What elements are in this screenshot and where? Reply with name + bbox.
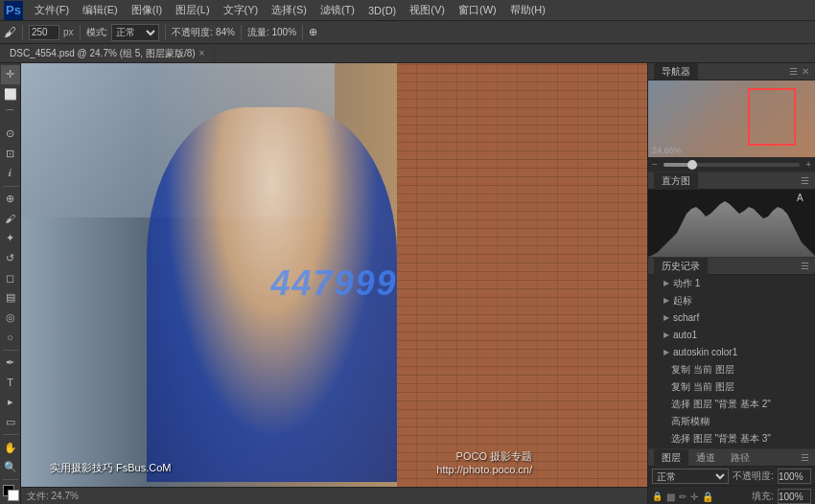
rectangular-marquee-tool[interactable]: ⬜ [1, 85, 20, 104]
path-selection-tool[interactable]: ▸ [1, 393, 20, 412]
history-item[interactable]: ▶auto1 [648, 327, 815, 344]
tab-navigator[interactable]: 导航器 [654, 63, 698, 80]
history-arrow-icon: ▶ [664, 328, 669, 343]
menu-window[interactable]: 窗口(W) [453, 1, 502, 19]
foreground-color[interactable] [1, 483, 20, 502]
history-item-label: 高斯模糊 [671, 414, 710, 429]
history-arrow-icon: ▶ [664, 293, 669, 309]
history-brush-tool[interactable]: ↺ [1, 249, 20, 268]
history-menu-icon[interactable]: ☰ [801, 261, 809, 271]
gradient-tool[interactable]: ▤ [1, 288, 20, 308]
canvas-area[interactable]: 447999 实用摄影技巧 FsBus.CoM POCO 摄影专题 http:/… [21, 63, 647, 504]
opacity-input[interactable] [778, 469, 811, 484]
history-panel: 历史记录 ☰ ▶动作 1▶起标▶scharf▶auto1▶autoskin co… [648, 258, 815, 449]
history-item[interactable]: ▶起标 [648, 292, 815, 309]
history-item[interactable]: 复制 当前 图层 [648, 378, 815, 396]
history-item-label: autoskin color1 [673, 345, 737, 360]
fill-input[interactable] [778, 489, 811, 504]
mode-select[interactable]: 正常 [111, 24, 159, 41]
panel-menu-icon[interactable]: ☰ [789, 66, 798, 77]
layers-panel: 图层 通道 路径 ☰ 正常 正片叠底 不透明度: 🔒 ▩ ✏ ✛ 🔒 [648, 449, 815, 504]
hand-tool[interactable]: ✋ [1, 438, 20, 457]
crop-tool[interactable]: ⊡ [1, 145, 20, 164]
opacity-label: 不透明度: 84% [172, 26, 235, 39]
history-header: 历史记录 ☰ [648, 258, 815, 275]
brush-size-label: px [63, 27, 74, 37]
canvas-credit: 实用摄影技巧 FsBus.CoM [50, 461, 172, 475]
blur-tool[interactable]: ◎ [1, 308, 20, 327]
history-item-label: 起标 [673, 293, 692, 309]
canvas-watermark: 447999 [270, 263, 397, 304]
right-panel: 导航器 ☰ ✕ 24.66% − + [647, 63, 815, 504]
tab-paths[interactable]: 路径 [723, 449, 757, 467]
file-tab-name: DSC_4554.psd @ 24.7% (组 5, 图层蒙版/8) [10, 47, 196, 60]
history-item[interactable]: ▶autoskin color1 [648, 344, 815, 361]
history-item-label: 选择 图层 "背景 基本 3" [671, 431, 771, 447]
navigator-viewport-rect [748, 88, 796, 146]
menu-bar: Ps 文件(F) 编辑(E) 图像(I) 图层(L) 文字(Y) 选择(S) 滤… [0, 0, 815, 21]
file-tab[interactable]: DSC_4554.psd @ 24.7% (组 5, 图层蒙版/8) × [0, 45, 215, 62]
menu-file[interactable]: 文件(F) [29, 1, 75, 19]
zoom-slider[interactable] [664, 163, 800, 167]
clone-stamp-tool[interactable]: ✦ [1, 229, 20, 248]
history-item[interactable]: 选择 图层 "背景 基本 2" [648, 396, 815, 413]
lock-all-icon[interactable]: 🔒 [702, 492, 713, 502]
zoom-out-icon[interactable]: − [652, 159, 658, 170]
menu-layer[interactable]: 图层(L) [170, 1, 215, 19]
history-item[interactable]: 复制 当前 图层 [648, 361, 815, 378]
file-tab-close[interactable]: × [199, 48, 205, 58]
lock-icon: 🔒 [652, 492, 663, 501]
tab-channels[interactable]: 通道 [688, 449, 723, 467]
brush-tool[interactable]: 🖌 [1, 209, 20, 228]
panel-close-icon[interactable]: ✕ [802, 66, 809, 77]
menu-text[interactable]: 文字(Y) [218, 1, 265, 19]
brush-size-input[interactable] [29, 25, 59, 40]
navigator-preview: 24.66% [648, 80, 815, 157]
blend-mode-row: 正常 正片叠底 不透明度: [648, 467, 815, 487]
menu-3d[interactable]: 3D(D) [362, 3, 402, 18]
app-logo: Ps [4, 1, 23, 20]
lock-transparent-icon[interactable]: ▩ [666, 492, 675, 502]
blend-mode-select[interactable]: 正常 正片叠底 [652, 469, 729, 484]
zoom-in-icon[interactable]: + [805, 159, 811, 170]
spot-healing-tool[interactable]: ⊕ [1, 190, 20, 209]
eyedropper-tool[interactable]: 𝒊 [1, 164, 20, 183]
zoom-tool[interactable]: 🔍 [1, 458, 20, 477]
canvas-poco: POCO 摄影专题 http://photo.poco.cn/ [436, 449, 532, 475]
menu-edit[interactable]: 编辑(E) [77, 1, 124, 19]
tab-history[interactable]: 历史记录 [654, 258, 708, 275]
history-item-label: 动作 1 [673, 276, 700, 291]
history-item-label: auto1 [673, 328, 697, 343]
pen-tool[interactable]: ✒ [1, 354, 20, 373]
eraser-tool[interactable]: ◻ [1, 268, 20, 287]
status-bar: 文件: 24.7% [21, 487, 647, 504]
dodge-tool[interactable]: ○ [1, 328, 20, 347]
menu-select[interactable]: 选择(S) [266, 1, 313, 19]
menu-image[interactable]: 图像(I) [126, 1, 168, 19]
history-list: ▶动作 1▶起标▶scharf▶auto1▶autoskin color1复制 … [648, 275, 815, 449]
brush-tool-icon: 🖌 [4, 25, 16, 39]
type-tool[interactable]: T [1, 373, 20, 392]
toolbar-separator-2 [80, 25, 81, 40]
history-item[interactable]: ▶动作 1 [648, 275, 815, 292]
tab-histogram[interactable]: 直方图 [654, 172, 698, 190]
rectangle-shape-tool[interactable]: ▭ [1, 413, 20, 432]
menu-help[interactable]: 帮助(H) [504, 1, 551, 19]
history-item[interactable]: ▶scharf [648, 309, 815, 327]
navigator-header: 导航器 ☰ ✕ [648, 63, 815, 80]
airbrush-icon[interactable]: ⊕ [309, 26, 317, 38]
move-tool[interactable]: ✛ [1, 65, 20, 84]
lasso-tool[interactable]: ⌒ [1, 104, 20, 124]
quick-selection-tool[interactable]: ⊙ [1, 125, 20, 144]
lock-position-icon[interactable]: ✛ [690, 492, 698, 502]
menu-filter[interactable]: 滤镜(T) [314, 1, 361, 19]
histogram-menu-icon[interactable]: ☰ [801, 175, 809, 186]
history-item[interactable]: 选择 图层 "背景 基本 3" [648, 430, 815, 447]
layers-menu-icon[interactable]: ☰ [801, 452, 809, 463]
history-arrow-icon: ▶ [664, 345, 669, 360]
history-item[interactable]: 高斯模糊 [648, 413, 815, 430]
layers-tabs: 图层 通道 路径 [654, 449, 757, 467]
tab-layers[interactable]: 图层 [654, 449, 688, 467]
lock-pixels-icon[interactable]: ✏ [679, 492, 687, 502]
menu-view[interactable]: 视图(V) [404, 1, 451, 19]
